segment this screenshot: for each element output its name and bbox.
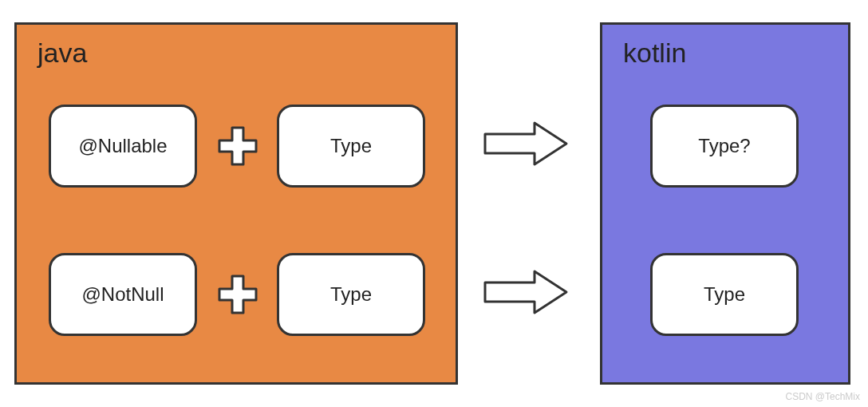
java-panel-title: java: [37, 38, 87, 69]
nonnull-type-label: Type: [704, 283, 745, 306]
plus-icon: [218, 126, 258, 166]
nullable-type-card: Type?: [650, 105, 799, 188]
java-panel: java @Nullable Type @NotNull Type: [14, 22, 458, 385]
diagram-canvas: java @Nullable Type @NotNull Type: [0, 0, 868, 407]
arrow-right-icon: [482, 120, 570, 168]
type-label-row2: Type: [330, 283, 372, 306]
nullable-annotation-card: @Nullable: [49, 105, 197, 188]
watermark-text: CSDN @TechMix: [785, 391, 860, 402]
nullable-annotation-label: @Nullable: [78, 135, 167, 157]
type-label-row1: Type: [330, 135, 372, 157]
arrow-right-icon: [482, 268, 570, 316]
kotlin-panel-title: kotlin: [623, 38, 686, 69]
notnull-annotation-label: @NotNull: [81, 283, 164, 306]
kotlin-panel: kotlin Type? Type: [600, 22, 850, 385]
type-card-row2: Type: [277, 253, 425, 336]
type-card-row1: Type: [277, 105, 425, 188]
nullable-type-label: Type?: [698, 135, 750, 157]
nonnull-type-card: Type: [650, 253, 799, 336]
notnull-annotation-card: @NotNull: [49, 253, 197, 336]
plus-icon: [218, 275, 258, 314]
